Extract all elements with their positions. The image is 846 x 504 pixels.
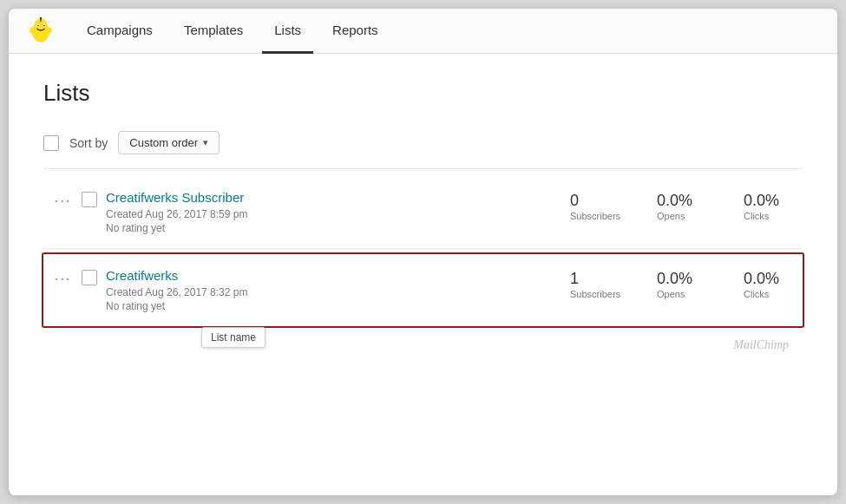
opens-stat: 0.0% Opens: [657, 192, 709, 221]
row-created-date: Created Aug 26, 2017 8:59 pm: [106, 208, 561, 220]
row-checkbox-2[interactable]: [82, 270, 97, 285]
clicks-stat-2: 0.0% Clicks: [744, 270, 796, 299]
svg-point-4: [37, 24, 39, 26]
page-title: Lists: [43, 80, 803, 107]
row-info-2: Creatifwerks Created Aug 26, 2017 8:32 p…: [106, 268, 561, 312]
clicks-value-2: 0.0%: [744, 270, 796, 288]
svg-point-7: [40, 16, 43, 19]
mailchimp-logo[interactable]: [26, 16, 57, 47]
nav-item-lists[interactable]: Lists: [262, 9, 313, 54]
row-rating-2: No rating yet: [106, 300, 561, 312]
row-dots-menu-2[interactable]: ⋮: [50, 270, 73, 287]
list-row: ⋮ Creatifwerks Subscriber Created Aug 26…: [43, 176, 803, 249]
nav-bar: Campaigns Templates Lists Reports: [9, 9, 837, 54]
list-name-tooltip: List name: [201, 327, 266, 348]
svg-point-5: [43, 24, 45, 26]
row-rating: No rating yet: [106, 222, 561, 234]
subscribers-stat-2: 1 Subscribers: [570, 270, 622, 299]
sort-by-label: Sort by: [69, 136, 108, 150]
opens-value: 0.0%: [657, 192, 709, 210]
svg-point-10: [48, 27, 52, 33]
sort-dropdown[interactable]: Custom order ▾: [118, 131, 220, 154]
row-info: Creatifwerks Subscriber Created Aug 26, …: [106, 190, 561, 234]
clicks-value: 0.0%: [744, 192, 796, 210]
subscribers-count: 0: [570, 192, 622, 210]
nav-item-templates[interactable]: Templates: [172, 9, 255, 54]
subscribers-label-2: Subscribers: [570, 289, 622, 299]
svg-point-8: [35, 33, 47, 42]
row-stats-2: 1 Subscribers 0.0% Opens 0.0% Clicks: [570, 270, 796, 299]
clicks-label-2: Clicks: [744, 289, 796, 299]
svg-point-9: [30, 27, 34, 33]
opens-label-2: Opens: [657, 289, 709, 299]
clicks-stat: 0.0% Clicks: [744, 192, 796, 221]
mailchimp-watermark: MailChimp: [43, 331, 803, 352]
row-stats: 0 Subscribers 0.0% Opens 0.0% Clicks: [570, 192, 796, 221]
opens-value-2: 0.0%: [657, 270, 709, 288]
opens-stat-2: 0.0% Opens: [657, 270, 709, 299]
row-name-link[interactable]: Creatifwerks Subscriber: [106, 190, 244, 205]
list-row-selected: ⋮ Creatifwerks Created Aug 26, 2017 8:32…: [42, 252, 804, 328]
clicks-label: Clicks: [744, 211, 796, 221]
sort-dropdown-value: Custom order: [129, 136, 198, 149]
row-dots-menu[interactable]: ⋮: [50, 192, 73, 209]
chevron-down-icon: ▾: [203, 137, 208, 148]
app-window: Campaigns Templates Lists Reports Lists …: [9, 9, 837, 495]
subscribers-stat: 0 Subscribers: [570, 192, 622, 221]
toolbar: Sort by Custom order ▾: [43, 131, 803, 154]
main-content: Lists Sort by Custom order ▾ ⋮ Creatifwe…: [9, 54, 837, 495]
toolbar-divider: [43, 168, 803, 169]
opens-label: Opens: [657, 211, 709, 221]
row-name-link-2[interactable]: Creatifwerks: [106, 268, 178, 283]
row-checkbox[interactable]: [82, 192, 97, 207]
nav-item-reports[interactable]: Reports: [320, 9, 390, 54]
select-all-checkbox[interactable]: [43, 135, 59, 151]
row-created-date-2: Created Aug 26, 2017 8:32 pm: [106, 286, 561, 298]
nav-item-campaigns[interactable]: Campaigns: [75, 9, 165, 54]
subscribers-label: Subscribers: [570, 211, 622, 221]
subscribers-count-2: 1: [570, 270, 622, 288]
